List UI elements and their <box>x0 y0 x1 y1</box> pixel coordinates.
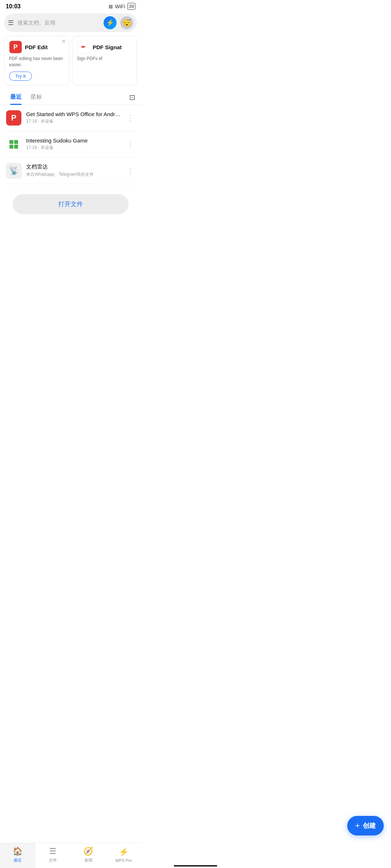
promo-title: PDF Edit <box>25 44 48 50</box>
file-name-1: Get Started with WPS Office for Android <box>26 111 121 117</box>
pdf-sign-icon: ✒ <box>77 41 90 54</box>
open-file-button[interactable]: 打开文件 <box>13 194 129 214</box>
file-list: P Get Started with WPS Office for Androi… <box>0 105 141 184</box>
lightning-button[interactable]: ⚡ <box>104 16 117 29</box>
user-avatar[interactable]: 😴 <box>120 16 133 29</box>
hamburger-icon[interactable]: ☰ <box>8 20 14 26</box>
promo-card-pdf-edit: ✕ P PDF Edit PDF editing has never been … <box>4 36 69 85</box>
file-info-1: Get Started with WPS Office for Android … <box>26 111 121 124</box>
file-info-3: 文档雷达 来自Whatsapp、Telegram等的文件 <box>26 163 121 178</box>
promo-card-pdf-sign: ✒ PDF Signat Sign PDFs ef <box>72 36 137 85</box>
promo-header: P PDF Edit <box>9 41 64 54</box>
file-icon-sudoku <box>6 136 22 152</box>
status-time: 10:03 <box>6 3 21 10</box>
svg-rect-3 <box>14 145 18 149</box>
search-placeholder: 搜索文档、应用 <box>17 20 100 26</box>
tab-recent[interactable]: 最近 <box>6 90 26 105</box>
file-meta-3: 来自Whatsapp、Telegram等的文件 <box>26 171 121 178</box>
file-item-2[interactable]: Interesting Sudoku Game 17:19 · 本设备 ⋮ <box>4 131 137 158</box>
lightning-icon: ⚡ <box>106 19 114 27</box>
try-it-button[interactable]: Try It <box>9 72 32 81</box>
file-meta-2: 17:19 · 本设备 <box>26 145 121 151</box>
svg-rect-1 <box>14 140 18 144</box>
file-more-button-3[interactable]: ⋮ <box>125 166 135 175</box>
status-icons: ⊠ WiFi 39 <box>109 3 135 10</box>
filter-icon[interactable]: ⊡ <box>129 93 135 102</box>
file-item-1[interactable]: P Get Started with WPS Office for Androi… <box>4 105 137 131</box>
file-name-2: Interesting Sudoku Game <box>26 137 121 144</box>
promo-sign-desc: Sign PDFs ef <box>77 56 132 62</box>
file-info-2: Interesting Sudoku Game 17:19 · 本设备 <box>26 137 121 151</box>
promo-description: PDF editing has never been easier. <box>9 56 64 68</box>
battery-indicator: 39 <box>127 3 135 10</box>
file-more-button-1[interactable]: ⋮ <box>125 114 135 122</box>
file-meta-1: 17:19 · 本设备 <box>26 118 121 124</box>
file-more-button-2[interactable]: ⋮ <box>125 140 135 149</box>
pdf-edit-icon: P <box>9 41 22 54</box>
tabs-row: 最近 星标 ⊡ <box>0 90 141 105</box>
wifi-icon: WiFi <box>115 4 125 9</box>
status-bar: 10:03 ⊠ WiFi 39 <box>0 0 141 11</box>
file-icon-radar: 📡 <box>6 163 22 179</box>
svg-rect-2 <box>9 145 13 149</box>
sudoku-icon-svg <box>9 139 19 149</box>
file-name-3: 文档雷达 <box>26 163 121 170</box>
promo-sign-title: PDF Signat <box>93 44 122 50</box>
search-bar[interactable]: ☰ 搜索文档、应用 ⚡ 😴 <box>4 13 137 32</box>
promo-close-button[interactable]: ✕ <box>62 38 66 44</box>
tab-starred[interactable]: 星标 <box>26 90 46 105</box>
promo-cards-row: ✕ P PDF Edit PDF editing has never been … <box>4 36 137 85</box>
file-icon-wps: P <box>6 110 22 126</box>
promo-sign-header: ✒ PDF Signat <box>77 41 132 54</box>
svg-rect-0 <box>9 140 13 144</box>
file-item-3[interactable]: 📡 文档雷达 来自Whatsapp、Telegram等的文件 ⋮ <box>4 158 137 184</box>
screen-icon: ⊠ <box>109 4 113 9</box>
avatar-icon: 😴 <box>122 18 131 27</box>
